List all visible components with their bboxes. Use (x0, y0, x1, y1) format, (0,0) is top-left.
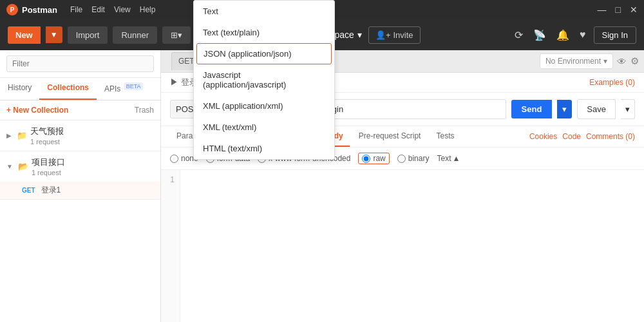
body-options: none form-data x-www-form-urlencoded raw… (161, 147, 644, 170)
dropdown-item-xml-application[interactable]: XML (application/xml) (194, 95, 334, 117)
env-dropdown[interactable]: No Environment ▾ (540, 53, 613, 69)
collection-header-weather[interactable]: ▶ 📁 天气预报 1 request (0, 120, 160, 151)
trash-button[interactable]: Trash (135, 106, 154, 115)
collection-name-weather: 天气预报 (30, 126, 64, 137)
req-tab-right-links: Cookies Code Comments (0) (529, 132, 635, 141)
import-button[interactable]: Import (68, 26, 108, 44)
sidebar-tabs: History Collections APIs BETA (0, 78, 160, 100)
sidebar: History Collections APIs BETA + New Coll… (0, 50, 161, 322)
menu-file[interactable]: File (70, 5, 82, 14)
text-type-dropdown-menu: Text Text (text/plain) JSON (application… (193, 73, 335, 160)
app-name: Postman (22, 5, 57, 15)
runner-button[interactable]: Runner (113, 26, 157, 44)
new-button[interactable]: New (8, 26, 41, 44)
sidebar-item-login[interactable]: GET 登录1 (0, 182, 160, 199)
sync-icon[interactable]: ⟳ (512, 26, 526, 44)
folder-open-icon: 📂 (18, 162, 28, 171)
method-badge-get: GET (19, 186, 38, 194)
invite-label: Invite (393, 30, 413, 40)
window-controls: — □ ✕ (598, 5, 638, 15)
text-type-chevron-icon: ▲ (452, 154, 460, 163)
save-dropdown-button[interactable]: ▾ (621, 99, 635, 119)
workspace-chevron-icon: ▾ (357, 30, 362, 40)
code-link[interactable]: Code (562, 132, 581, 141)
line-numbers: 1 (161, 170, 180, 322)
app-logo: P Postman (6, 4, 57, 15)
collection-name-project: 项目接口 (32, 156, 65, 168)
option-binary[interactable]: binary (397, 154, 430, 163)
toolbar-right: ⟳ 📡 🔔 ♥ Sign In (512, 26, 636, 44)
collection-info-project: 项目接口 1 request (32, 156, 65, 176)
menu-view[interactable]: View (114, 5, 131, 14)
content-area: GET 天气 POST 登录1 + ··· No Environment ▾ 👁… (161, 50, 644, 322)
minimize-button[interactable]: — (598, 5, 607, 15)
sidebar-actions: + New Collection Trash (0, 100, 160, 120)
editor-content[interactable] (180, 170, 644, 322)
chevron-right-icon: ▶ (6, 132, 12, 139)
close-button[interactable]: ✕ (630, 5, 638, 15)
option-raw[interactable]: raw (358, 153, 389, 164)
send-button[interactable]: Send (511, 100, 553, 118)
req-tab-tests[interactable]: Tests (430, 126, 460, 147)
bell-icon[interactable]: 🔔 (554, 26, 572, 44)
tab-history[interactable]: History (0, 78, 39, 100)
text-type-label: Text (437, 154, 451, 163)
dropdown-item-html[interactable]: HTML (text/xml) (194, 138, 334, 159)
new-collection-button[interactable]: + New Collection (6, 106, 68, 115)
titlebar-menu: File Edit View Help (70, 5, 156, 14)
heart-icon[interactable]: ♥ (577, 26, 589, 43)
chevron-down-icon: ▼ (6, 163, 13, 170)
send-dropdown-button[interactable]: ▾ (557, 100, 572, 118)
menu-edit[interactable]: Edit (91, 5, 105, 14)
text-type-dropdown[interactable]: Text ▲ (437, 154, 460, 163)
main-layout: History Collections APIs BETA + New Coll… (0, 50, 644, 322)
collection-item-project: ▼ 📂 项目接口 1 request GET 登录1 (0, 151, 160, 200)
signin-button[interactable]: Sign In (594, 26, 636, 44)
satellite-icon[interactable]: 📡 (531, 26, 549, 44)
env-label: No Environment (545, 57, 601, 66)
collection-count-project: 1 request (32, 169, 65, 176)
comments-link[interactable]: Comments (0) (586, 132, 635, 141)
cookies-link[interactable]: Cookies (529, 132, 557, 141)
raw-label: raw (373, 154, 385, 163)
user-plus-icon: 👤+ (375, 30, 391, 40)
collection-count-weather: 1 request (30, 138, 64, 146)
dropdown-item-javascript[interactable]: Javascript (application/javascript) (194, 73, 334, 95)
menu-help[interactable]: Help (140, 5, 156, 14)
save-button[interactable]: Save (577, 99, 616, 119)
env-chevron-icon: ▾ (603, 57, 607, 66)
postman-icon: P (6, 4, 18, 15)
collection-body-project: GET 登录1 (0, 182, 160, 199)
apis-label: APIs (104, 84, 120, 93)
collection-header-project[interactable]: ▼ 📂 项目接口 1 request (0, 151, 160, 182)
env-eye-icon[interactable]: 👁 (617, 56, 627, 67)
req-tab-pre-request[interactable]: Pre-request Script (352, 126, 428, 147)
sidebar-collection-list: ▶ 📁 天气预报 1 request ▼ 📂 项目接口 1 request (0, 120, 160, 322)
request-area: ▶ 登录1 Examples (0) POST ▾ Send ▾ Save ▾ … (161, 73, 644, 322)
maximize-button[interactable]: □ (616, 5, 621, 15)
sidebar-search-container (0, 50, 160, 78)
line-number-1: 1 (166, 175, 175, 184)
examples-link[interactable]: Examples (0) (589, 78, 635, 87)
dropdown-item-xml-text[interactable]: XML (text/xml) (194, 117, 334, 138)
collection-item-weather: ▶ 📁 天气预报 1 request (0, 120, 160, 151)
collection-info-weather: 天气预报 1 request (30, 126, 64, 146)
tab-collections[interactable]: Collections (39, 78, 97, 100)
invite-button[interactable]: 👤+ Invite (368, 26, 421, 44)
beta-badge: BETA (124, 82, 143, 90)
search-input[interactable] (6, 55, 154, 72)
extra-button[interactable]: ⊞▾ (162, 26, 191, 44)
editor-area: 1 (161, 170, 644, 322)
binary-label: binary (408, 154, 430, 163)
env-selector-area: No Environment ▾ 👁 ⚙ (540, 53, 639, 69)
tab-apis[interactable]: APIs BETA (97, 78, 151, 100)
new-dropdown-arrow[interactable]: ▼ (46, 26, 62, 43)
folder-icon: 📁 (17, 131, 27, 140)
env-settings-icon[interactable]: ⚙ (630, 55, 639, 67)
request-name-login: 登录1 (41, 185, 61, 196)
